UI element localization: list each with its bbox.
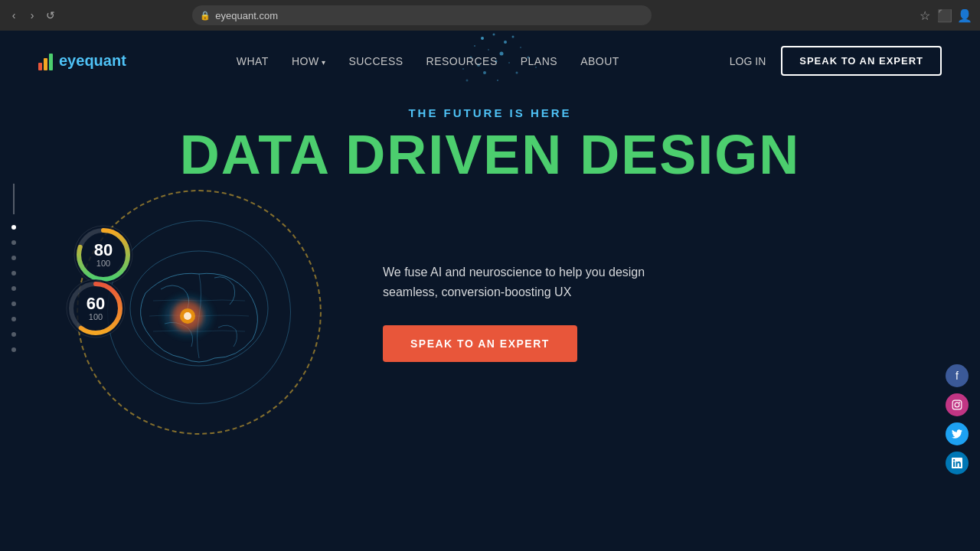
social-sidebar: f bbox=[946, 364, 969, 474]
forward-button[interactable]: › bbox=[26, 9, 38, 21]
profile-icon[interactable]: 👤 bbox=[957, 8, 972, 23]
navbar: eyequant WHAT HOW SUCCESS RESOURCES PLAN… bbox=[0, 31, 980, 91]
back-button[interactable]: ‹ bbox=[8, 9, 20, 21]
sidebar-dot-1[interactable] bbox=[11, 225, 16, 230]
logo[interactable]: eyequant bbox=[38, 52, 126, 70]
svg-point-31 bbox=[955, 403, 959, 407]
nav-item-how[interactable]: HOW bbox=[292, 54, 326, 68]
nav-links: WHAT HOW SUCCESS RESOURCES PLANS ABOUT bbox=[237, 54, 619, 68]
sidebar-dots bbox=[11, 184, 16, 352]
hero-description: We fuse AI and neuroscience to help you … bbox=[383, 262, 674, 302]
hero-title: DATA DRIVEN DESIGN bbox=[180, 127, 801, 182]
url-bar[interactable]: 🔒 eyequant.com bbox=[192, 5, 652, 25]
url-text: eyequant.com bbox=[215, 10, 278, 21]
sidebar-dot-2[interactable] bbox=[11, 240, 16, 245]
logo-text: eyequant bbox=[59, 52, 126, 70]
nav-item-resources[interactable]: RESOURCES bbox=[426, 54, 498, 68]
logo-icon bbox=[38, 52, 53, 70]
nav-item-about[interactable]: ABOUT bbox=[580, 54, 619, 68]
gauge-60-label: 60 100 bbox=[87, 295, 105, 321]
facebook-icon[interactable]: f bbox=[946, 364, 969, 387]
browser-actions: ☆ ⬛ 👤 bbox=[917, 8, 972, 23]
nav-item-what[interactable]: WHAT bbox=[237, 54, 269, 68]
svg-rect-30 bbox=[952, 400, 962, 409]
gauge-60: 60 100 bbox=[61, 274, 130, 343]
hero-right: We fuse AI and neuroscience to help you … bbox=[383, 262, 919, 361]
speak-to-expert-nav-button[interactable]: SPEAK TO AN EXPERT bbox=[781, 46, 942, 76]
hero-content: 80 100 bbox=[0, 213, 980, 412]
sidebar-dot-9[interactable] bbox=[11, 347, 16, 352]
reload-button[interactable]: ↺ bbox=[44, 9, 57, 21]
linkedin-icon[interactable] bbox=[946, 452, 969, 474]
website: eyequant WHAT HOW SUCCESS RESOURCES PLAN… bbox=[0, 31, 980, 551]
lock-icon: 🔒 bbox=[200, 11, 211, 21]
sidebar-dot-3[interactable] bbox=[11, 256, 16, 260]
twitter-icon[interactable] bbox=[946, 422, 969, 445]
sidebar-dot-7[interactable] bbox=[11, 317, 16, 321]
svg-point-23 bbox=[184, 312, 191, 320]
instagram-icon[interactable] bbox=[946, 393, 969, 416]
sidebar-dot-5[interactable] bbox=[11, 286, 16, 291]
svg-point-32 bbox=[959, 402, 960, 403]
nav-actions: LOG IN SPEAK TO AN EXPERT bbox=[730, 46, 942, 76]
sidebar-dot-8[interactable] bbox=[11, 332, 16, 337]
bookmark-icon[interactable]: ☆ bbox=[917, 8, 933, 23]
sidebar-line bbox=[13, 184, 15, 214]
login-link[interactable]: LOG IN bbox=[730, 55, 766, 67]
nav-item-plans[interactable]: PLANS bbox=[521, 54, 557, 68]
gauge-80-label: 80 100 bbox=[94, 242, 113, 268]
sidebar-dot-4[interactable] bbox=[11, 271, 16, 276]
brain-visualization: 80 100 bbox=[61, 213, 352, 412]
hero-section: THE FUTURE IS HERE DATA DRIVEN DESIGN bbox=[0, 91, 980, 412]
browser-chrome: ‹ › ↺ 🔒 eyequant.com ☆ ⬛ 👤 bbox=[0, 0, 980, 31]
sidebar-dot-6[interactable] bbox=[11, 302, 16, 306]
nav-item-success[interactable]: SUCCESS bbox=[348, 54, 403, 68]
speak-to-expert-hero-button[interactable]: SPEAK TO AN EXPERT bbox=[383, 325, 577, 362]
hero-subtitle: THE FUTURE IS HERE bbox=[408, 106, 571, 119]
extensions-icon[interactable]: ⬛ bbox=[937, 8, 952, 23]
